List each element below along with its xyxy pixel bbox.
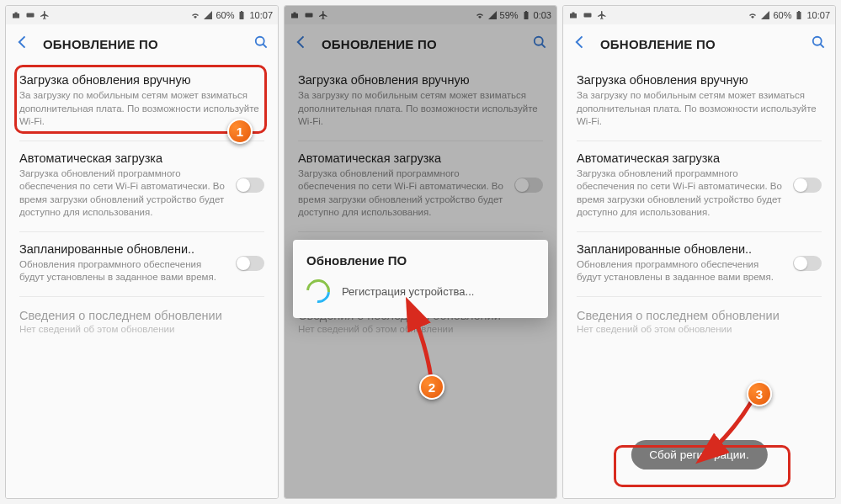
ticket-icon xyxy=(25,10,35,20)
wifi-icon xyxy=(190,10,200,20)
item-subtitle: Обновления программного обеспечения буду… xyxy=(577,258,785,284)
ticket-icon xyxy=(583,10,593,20)
svg-rect-15 xyxy=(572,13,575,14)
item-scheduled[interactable]: Запланированные обновлени.. Обновления п… xyxy=(6,232,278,296)
plane-icon xyxy=(40,10,50,20)
modal-update-progress: Обновление ПО Регистрация устройства... xyxy=(293,240,548,318)
page-title: ОБНОВЛЕНИЕ ПО xyxy=(600,37,798,51)
svg-rect-17 xyxy=(797,12,801,19)
modal-title: Обновление ПО xyxy=(306,253,535,268)
item-last-title: Сведения о последнем обновлении xyxy=(563,297,835,324)
svg-point-19 xyxy=(813,37,822,45)
signal-icon xyxy=(760,10,770,20)
toggle-scheduled[interactable] xyxy=(236,256,264,271)
toggle-auto[interactable] xyxy=(793,178,822,193)
signal-icon xyxy=(203,10,213,20)
svg-rect-16 xyxy=(584,13,592,18)
search-icon[interactable] xyxy=(253,34,269,54)
item-title: Запланированные обновлени.. xyxy=(577,242,785,256)
status-bar: 60% 10:07 xyxy=(563,6,835,24)
item-title: Загрузка обновления вручную xyxy=(577,73,822,87)
item-auto-download[interactable]: Автоматическая загрузка Загрузка обновле… xyxy=(6,141,278,231)
item-manual-download[interactable]: Загрузка обновления вручную За загрузку … xyxy=(6,63,278,141)
app-header: ОБНОВЛЕНИЕ ПО xyxy=(563,24,835,63)
item-manual-download[interactable]: Загрузка обновления вручную За загрузку … xyxy=(563,63,835,141)
toggle-auto[interactable] xyxy=(236,178,264,193)
briefcase-icon xyxy=(11,10,21,20)
item-title: Автоматическая загрузка xyxy=(577,151,785,165)
phone-screen-1: 60% 10:07 ОБНОВЛЕНИЕ ПО Загрузка обновле… xyxy=(5,5,279,499)
settings-list: Загрузка обновления вручную За загрузку … xyxy=(563,63,835,498)
clock: 10:07 xyxy=(249,10,273,20)
phone-screen-2: 59% 0:03 ОБНОВЛЕНИЕ ПО Загрузка обновлен… xyxy=(284,5,557,499)
search-icon[interactable] xyxy=(810,34,827,54)
app-header: ОБНОВЛЕНИЕ ПО xyxy=(6,24,278,63)
svg-line-6 xyxy=(263,45,267,48)
item-subtitle: Загрузка обновлений программного обеспеч… xyxy=(577,167,785,220)
toast-failure: Сбой регистрации. xyxy=(631,440,767,470)
battery-pct: 60% xyxy=(773,10,791,20)
status-bar: 60% 10:07 xyxy=(6,6,278,24)
svg-rect-3 xyxy=(240,12,244,19)
item-subtitle: За загрузку по мобильным сетям может взи… xyxy=(19,89,264,129)
svg-point-5 xyxy=(256,37,264,45)
battery-icon xyxy=(794,10,804,20)
battery-pct: 60% xyxy=(216,10,234,20)
back-icon[interactable] xyxy=(572,34,588,54)
clock: 10:07 xyxy=(806,10,830,20)
svg-rect-18 xyxy=(798,11,800,12)
toggle-scheduled[interactable] xyxy=(793,256,822,271)
item-last-sub: Нет сведений об этом обновлении xyxy=(6,324,278,347)
svg-rect-1 xyxy=(15,13,18,14)
plane-icon xyxy=(597,10,607,20)
svg-rect-4 xyxy=(241,11,242,12)
settings-list: Загрузка обновления вручную За загрузку … xyxy=(6,63,278,498)
svg-rect-14 xyxy=(570,13,577,19)
item-subtitle: За загрузку по мобильным сетям может взи… xyxy=(577,89,822,129)
phone-screen-3: 60% 10:07 ОБНОВЛЕНИЕ ПО Загрузка обновле… xyxy=(562,5,836,499)
item-subtitle: Обновления программного обеспечения буду… xyxy=(19,258,227,284)
modal-text: Регистрация устройства... xyxy=(342,285,474,298)
item-last-title: Сведения о последнем обновлении xyxy=(6,297,278,324)
page-title: ОБНОВЛЕНИЕ ПО xyxy=(43,37,241,51)
item-title: Запланированные обновлени.. xyxy=(19,242,227,256)
item-subtitle: Загрузка обновлений программного обеспеч… xyxy=(19,167,227,220)
wifi-icon xyxy=(748,10,758,20)
svg-rect-0 xyxy=(13,13,19,19)
item-last-sub: Нет сведений об этом обновлении xyxy=(563,324,835,347)
svg-line-20 xyxy=(821,45,824,48)
item-scheduled[interactable]: Запланированные обновлени.. Обновления п… xyxy=(563,232,835,296)
item-auto-download[interactable]: Автоматическая загрузка Загрузка обновле… xyxy=(563,141,835,231)
back-icon[interactable] xyxy=(14,34,31,54)
item-title: Автоматическая загрузка xyxy=(19,151,227,165)
spinner-icon xyxy=(301,274,334,307)
svg-rect-2 xyxy=(27,13,35,18)
item-title: Загрузка обновления вручную xyxy=(19,73,264,87)
battery-icon xyxy=(237,10,247,20)
briefcase-icon xyxy=(568,10,578,20)
